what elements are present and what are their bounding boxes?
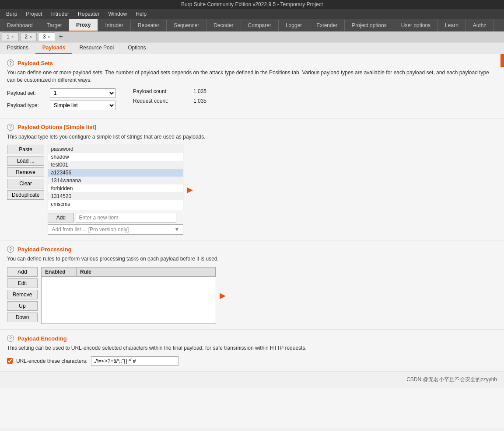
list-item[interactable]: shadow — [48, 153, 183, 161]
list-item[interactable]: 1314520 — [48, 192, 183, 200]
intruder-tab-3-label: 3 — [43, 34, 46, 40]
url-encode-checkbox[interactable] — [7, 358, 13, 364]
add-from-list-chevron-icon: ▼ — [174, 226, 179, 233]
payload-set-select[interactable]: 1 — [50, 88, 116, 98]
tab-user-options[interactable]: User options — [394, 20, 438, 31]
processing-up-button[interactable]: Up — [7, 301, 38, 311]
payload-options-arrow-icon: ▶ — [187, 185, 193, 195]
intruder-tab-3[interactable]: 3 × — [38, 32, 55, 41]
request-count-label: Request count: — [133, 98, 190, 104]
processing-buttons: Add Edit Remove Up Down — [7, 267, 38, 324]
add-item-row: Add — [48, 213, 183, 222]
processing-remove-button[interactable]: Remove — [7, 290, 38, 299]
intruder-tab-2-close[interactable]: × — [29, 35, 32, 39]
list-item[interactable]: forbidden — [48, 184, 183, 192]
list-item[interactable]: a123456 — [48, 169, 183, 177]
tab-extender[interactable]: Extender — [309, 20, 345, 31]
intruder-tab-1[interactable]: 1 × — [2, 32, 19, 41]
clear-button[interactable]: Clear — [7, 179, 44, 188]
footer: CSDN @无名小卒且不会安全的zzyyhh — [0, 372, 504, 388]
payload-count-value: 1,035 — [193, 88, 206, 94]
processing-edit-button[interactable]: Edit — [7, 278, 38, 288]
tab-intruder[interactable]: Intruder — [98, 20, 130, 31]
payload-sets-section: ? Payload Sets You can define one or mor… — [0, 54, 504, 118]
intruder-tab-2[interactable]: 2 × — [20, 32, 37, 41]
intruder-tab-3-close[interactable]: × — [48, 35, 50, 39]
add-item-button[interactable]: Add — [48, 213, 74, 222]
payload-type-label: Payload type: — [7, 102, 46, 108]
add-from-list-dropdown[interactable]: Add from list ... [Pro version only] ▼ — [48, 224, 183, 235]
processing-arrow-icon: ▶ — [220, 291, 226, 300]
tab-proxy[interactable]: Proxy — [69, 19, 98, 31]
add-from-list-label: Add from list ... [Pro version only] — [52, 226, 129, 233]
red-accent-bar — [500, 54, 504, 67]
tab-learn[interactable]: Learn — [438, 20, 466, 31]
payload-processing-help-icon[interactable]: ? — [7, 246, 14, 253]
deduplicate-button[interactable]: Deduplicate — [7, 190, 44, 200]
tab-target[interactable]: Target — [40, 20, 69, 31]
payload-encoding-section: ? Payload Encoding This setting can be u… — [0, 330, 504, 372]
payload-encoding-title: Payload Encoding — [18, 335, 67, 342]
add-intruder-tab-button[interactable]: + — [56, 33, 66, 41]
menu-bar: Burp Project Intruder Repeater Window He… — [0, 9, 504, 19]
payload-processing-title: Payload Processing — [18, 246, 72, 253]
col-enabled: Enabled — [42, 268, 77, 276]
payload-options-title: Payload Options [Simple list] — [18, 124, 96, 130]
payload-count-label: Payload count: — [133, 88, 190, 94]
title-bar: Burp Suite Community Edition v2022.9.5 -… — [0, 0, 504, 9]
processing-table: Enabled Rule — [41, 267, 216, 324]
tab-dashboard[interactable]: Dashboard — [0, 20, 40, 31]
encoding-row: URL-encode these characters: — [7, 356, 497, 366]
request-count-value: 1,035 — [193, 98, 206, 104]
payload-sets-help-icon[interactable]: ? — [7, 59, 14, 66]
menu-help[interactable]: Help — [131, 10, 151, 18]
remove-button[interactable]: Remove — [7, 167, 44, 177]
payload-type-select[interactable]: Simple list — [50, 101, 116, 110]
tab-repeater[interactable]: Repeater — [131, 20, 167, 31]
list-item[interactable]: 1314wanana — [48, 177, 183, 184]
tab-decoder[interactable]: Decoder — [206, 20, 241, 31]
menu-window[interactable]: Window — [104, 10, 131, 18]
payload-list-area: Paste Load ... Remove Clear Deduplicate … — [7, 145, 497, 235]
menu-project[interactable]: Project — [21, 10, 46, 18]
tab-options[interactable]: Options — [121, 42, 153, 54]
intruder-tab-1-close[interactable]: × — [11, 35, 14, 39]
payload-options-section: ? Payload Options [Simple list] This pay… — [0, 118, 504, 241]
payload-list[interactable]: password shadow test001 a123456 1314wana… — [48, 145, 183, 210]
footer-text: CSDN @无名小卒且不会安全的zzyyhh — [406, 376, 497, 382]
list-item[interactable]: test001 — [48, 161, 183, 169]
encoding-chars-input[interactable] — [91, 356, 178, 366]
menu-burp[interactable]: Burp — [2, 10, 21, 18]
list-item[interactable]: cmscms — [48, 200, 183, 208]
load-button[interactable]: Load ... — [7, 156, 44, 166]
payload-processing-section: ? Payload Processing You can define rule… — [0, 240, 504, 330]
paste-button[interactable]: Paste — [7, 145, 44, 154]
add-item-input[interactable] — [76, 213, 176, 222]
tab-project-options[interactable]: Project options — [345, 20, 394, 31]
title-text: Burp Suite Community Edition v2022.9.5 -… — [181, 1, 323, 7]
payload-list-buttons: Paste Load ... Remove Clear Deduplicate — [7, 145, 44, 235]
tab-logger[interactable]: Logger — [279, 20, 309, 31]
processing-add-button[interactable]: Add — [7, 267, 38, 277]
tab-payloads[interactable]: Payloads — [35, 42, 73, 54]
tab-sequencer[interactable]: Sequencer — [167, 20, 206, 31]
payload-options-help-icon[interactable]: ? — [7, 124, 14, 131]
payload-encoding-desc: This setting can be used to URL-encode s… — [7, 344, 497, 352]
payload-encoding-help-icon[interactable]: ? — [7, 335, 14, 342]
tab-comparer[interactable]: Comparer — [241, 20, 279, 31]
menu-intruder[interactable]: Intruder — [47, 10, 74, 18]
processing-down-button[interactable]: Down — [7, 313, 38, 322]
processing-table-header: Enabled Rule — [42, 268, 216, 277]
payload-processing-desc: You can define rules to perform various … — [7, 255, 497, 263]
menu-repeater[interactable]: Repeater — [74, 10, 104, 18]
col-rule: Rule — [77, 268, 216, 276]
payload-options-desc: This payload type lets you configure a s… — [7, 133, 497, 141]
list-item[interactable]: password — [48, 145, 183, 153]
tab-authz[interactable]: Authz — [466, 20, 494, 31]
intruder-tab-1-label: 1 — [7, 34, 10, 40]
payload-set-label: Payload set: — [7, 90, 46, 96]
tab-resource-pool[interactable]: Resource Pool — [72, 42, 121, 54]
processing-area: Add Edit Remove Up Down Enabled Rule ▶ — [7, 267, 497, 324]
tab-positions[interactable]: Positions — [0, 42, 35, 54]
intruder-tab-bar: 1 × 2 × 3 × + — [0, 31, 504, 42]
